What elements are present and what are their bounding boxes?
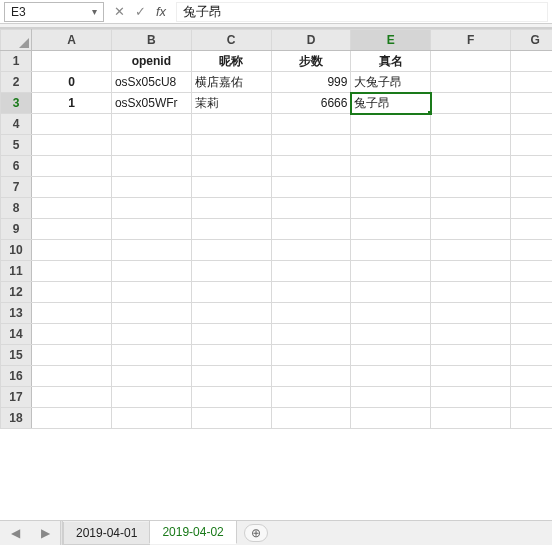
row-head-16[interactable]: 16 [1, 366, 32, 387]
cell-F10[interactable] [431, 240, 511, 261]
col-head-C[interactable]: C [191, 30, 271, 51]
cell-D2[interactable]: 999 [271, 72, 351, 93]
cell-E6[interactable] [351, 156, 431, 177]
cell-C1[interactable]: 昵称 [191, 51, 271, 72]
row-head-14[interactable]: 14 [1, 324, 32, 345]
tab-nav-left-icon[interactable]: ◀ [0, 526, 30, 540]
cell-A1[interactable] [32, 51, 112, 72]
cell-A5[interactable] [32, 135, 112, 156]
cell-E13[interactable] [351, 303, 431, 324]
cell-A14[interactable] [32, 324, 112, 345]
cell-D8[interactable] [271, 198, 351, 219]
cell-B10[interactable] [111, 240, 191, 261]
col-head-A[interactable]: A [32, 30, 112, 51]
col-head-F[interactable]: F [431, 30, 511, 51]
cell-F9[interactable] [431, 219, 511, 240]
cell-C15[interactable] [191, 345, 271, 366]
row-head-8[interactable]: 8 [1, 198, 32, 219]
cell-C14[interactable] [191, 324, 271, 345]
cell-E14[interactable] [351, 324, 431, 345]
cell-F13[interactable] [431, 303, 511, 324]
cell-B17[interactable] [111, 387, 191, 408]
cell-D6[interactable] [271, 156, 351, 177]
cell-F14[interactable] [431, 324, 511, 345]
tab-nav-right-icon[interactable]: ▶ [30, 526, 60, 540]
cell-G11[interactable] [511, 261, 552, 282]
cell-B12[interactable] [111, 282, 191, 303]
cell-B3[interactable]: osSx05WFr [111, 93, 191, 114]
cell-B18[interactable] [111, 408, 191, 429]
cell-C11[interactable] [191, 261, 271, 282]
cell-A9[interactable] [32, 219, 112, 240]
cell-D14[interactable] [271, 324, 351, 345]
cell-B16[interactable] [111, 366, 191, 387]
formula-input[interactable]: 兔子昂 [176, 2, 548, 22]
cell-C4[interactable] [191, 114, 271, 135]
cell-E1[interactable]: 真名 [351, 51, 431, 72]
row-head-5[interactable]: 5 [1, 135, 32, 156]
cell-A13[interactable] [32, 303, 112, 324]
cell-G9[interactable] [511, 219, 552, 240]
row-head-3[interactable]: 3 [1, 93, 32, 114]
cell-D10[interactable] [271, 240, 351, 261]
cell-C12[interactable] [191, 282, 271, 303]
row-head-15[interactable]: 15 [1, 345, 32, 366]
row-head-18[interactable]: 18 [1, 408, 32, 429]
cell-G15[interactable] [511, 345, 552, 366]
cell-G18[interactable] [511, 408, 552, 429]
cell-C18[interactable] [191, 408, 271, 429]
row-head-6[interactable]: 6 [1, 156, 32, 177]
cell-B1[interactable]: openid [111, 51, 191, 72]
cell-D7[interactable] [271, 177, 351, 198]
row-head-4[interactable]: 4 [1, 114, 32, 135]
cell-G10[interactable] [511, 240, 552, 261]
cell-F8[interactable] [431, 198, 511, 219]
cell-B13[interactable] [111, 303, 191, 324]
cell-E12[interactable] [351, 282, 431, 303]
cell-F17[interactable] [431, 387, 511, 408]
cell-A15[interactable] [32, 345, 112, 366]
cell-F2[interactable] [431, 72, 511, 93]
cell-F12[interactable] [431, 282, 511, 303]
cell-C7[interactable] [191, 177, 271, 198]
cell-C10[interactable] [191, 240, 271, 261]
cell-B7[interactable] [111, 177, 191, 198]
chevron-down-icon[interactable]: ▾ [92, 6, 97, 17]
cell-G12[interactable] [511, 282, 552, 303]
cell-C6[interactable] [191, 156, 271, 177]
cell-E18[interactable] [351, 408, 431, 429]
cell-B2[interactable]: osSx05cU8 [111, 72, 191, 93]
cell-E15[interactable] [351, 345, 431, 366]
cell-C8[interactable] [191, 198, 271, 219]
cell-E11[interactable] [351, 261, 431, 282]
cell-F6[interactable] [431, 156, 511, 177]
cell-D17[interactable] [271, 387, 351, 408]
cell-F18[interactable] [431, 408, 511, 429]
cell-E9[interactable] [351, 219, 431, 240]
cell-D9[interactable] [271, 219, 351, 240]
cell-E16[interactable] [351, 366, 431, 387]
cell-B6[interactable] [111, 156, 191, 177]
cell-D3[interactable]: 6666 [271, 93, 351, 114]
cell-B4[interactable] [111, 114, 191, 135]
cell-D15[interactable] [271, 345, 351, 366]
spreadsheet-grid[interactable]: A B C D E F G 1 openid 昵称 步数 真名 2 0 osSx… [0, 28, 552, 498]
cell-F4[interactable] [431, 114, 511, 135]
cell-C13[interactable] [191, 303, 271, 324]
cell-E2[interactable]: 大兔子昂 [351, 72, 431, 93]
row-head-7[interactable]: 7 [1, 177, 32, 198]
cell-F15[interactable] [431, 345, 511, 366]
cell-F7[interactable] [431, 177, 511, 198]
sheet-tab-1[interactable]: 2019-04-02 [149, 521, 236, 544]
cell-D11[interactable] [271, 261, 351, 282]
cell-D13[interactable] [271, 303, 351, 324]
cell-A10[interactable] [32, 240, 112, 261]
cell-G8[interactable] [511, 198, 552, 219]
cell-B9[interactable] [111, 219, 191, 240]
cancel-icon[interactable]: ✕ [114, 4, 125, 19]
cell-C5[interactable] [191, 135, 271, 156]
cell-F5[interactable] [431, 135, 511, 156]
cell-F3[interactable] [431, 93, 511, 114]
cell-G1[interactable] [511, 51, 552, 72]
cell-F11[interactable] [431, 261, 511, 282]
